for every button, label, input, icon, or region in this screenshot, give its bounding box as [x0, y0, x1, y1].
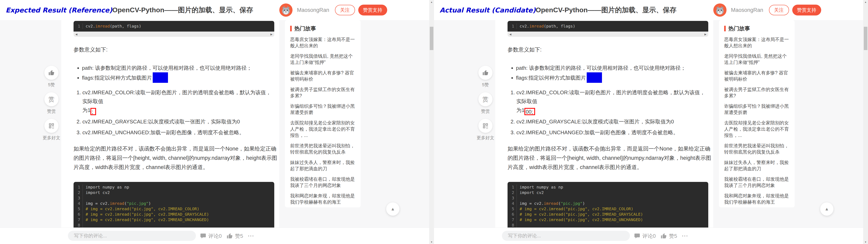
flag-color-line1: cv2.IMREAD_COLOR:读取一副彩色图片，图片的透明度会被忽略，默认为…	[82, 89, 271, 104]
comment-actions: 评论0 赞5 ···	[634, 228, 688, 244]
scroll-right-icon[interactable]: ▶	[271, 33, 273, 36]
avatar[interactable]	[279, 3, 292, 17]
like-count[interactable]: 赞5	[669, 233, 677, 240]
scrollbar-down-icon[interactable]: ▼	[863, 241, 868, 243]
story-item[interactable]: 去医院却撞见老公全家陪别的女人产检，我淡定拿出老公的不育报告，...	[290, 120, 356, 139]
story-item[interactable]: 前世渣男把我迷晕还叫我别怕，转世彻底黑化的我复仇反杀	[724, 143, 790, 155]
story-item[interactable]: 恶毒庶女顶嫁案：这布局不是一般人想出来的	[290, 36, 356, 49]
scrollbar-up-icon[interactable]: ▲	[429, 1, 434, 3]
more-articles-button[interactable]	[478, 119, 493, 133]
story-item[interactable]: 老同学找我借钱后, 竟然把这个送上门来做“抵押”	[724, 53, 790, 65]
params-intro: 参数意义如下:	[507, 46, 708, 53]
hot-stories-card: 热门故事 恶毒庶女顶嫁案：这布局不是一般人想出来的老同学找我借钱后, 竟然把这个…	[719, 20, 795, 207]
code-line: 4img = cv2.imread("pic.jpg")	[73, 201, 274, 206]
comment-bubble-icon[interactable]	[200, 233, 206, 239]
story-list: 恶毒庶女顶嫁案：这布局不是一般人想出来的老同学找我借钱后, 竟然把这个送上门来做…	[724, 36, 790, 205]
follow-button[interactable]: 关注	[335, 5, 355, 15]
more-actions-button[interactable]: ···	[682, 233, 688, 239]
comment-actions: 评论0 赞5 ···	[200, 228, 254, 244]
story-item[interactable]: 被调去男子监狱工作的女医生有多累?	[724, 86, 790, 99]
comment-count[interactable]: 评论0	[642, 233, 656, 240]
code-line: 1import numpy as np	[507, 184, 708, 190]
code-line: 5# img = cv2.imread("pic.jpg", cv2.IMREA…	[507, 206, 708, 212]
comment-input[interactable]	[68, 231, 196, 241]
story-item[interactable]: 恶毒庶女顶嫁案：这布局不是一般人想出来的	[724, 36, 790, 49]
scrollbar-thumb[interactable]	[430, 27, 433, 50]
blue-redaction-box	[153, 72, 168, 83]
article-card: 1cv2.imread(path, flags) ◀ ▶ 参数意义如下: pat…	[495, 20, 713, 227]
story-item[interactable]: 被骗去柬埔寨的人有多惨? 器官被明码标价	[724, 70, 790, 82]
story-item[interactable]: 去医院却撞见老公全家陪别的女人产检，我淡定拿出老公的不育报告，...	[724, 120, 790, 139]
story-item[interactable]: 妹妹过失杀人，警察来时，我捡起了那把滴血的刀	[724, 159, 790, 172]
param-flags-item: flags:指定以何种方式加载图片	[82, 72, 274, 83]
avatar[interactable]	[713, 3, 726, 17]
param-path-item: path: 该参数制定图片的路径，可以使用相对路径，也可以使用绝对路径；	[516, 64, 708, 72]
story-item[interactable]: 妹妹过失杀人，警察来时，我捡起了那把滴血的刀	[290, 159, 356, 172]
flag-color-line2-prefix: 为1	[82, 107, 90, 113]
like-count[interactable]: 赞5	[235, 233, 243, 240]
sponsor-button[interactable]: 赞赏支持	[358, 5, 387, 16]
author-name[interactable]: MaosongRan	[731, 7, 763, 13]
reward-button[interactable]: 赏	[478, 92, 493, 106]
story-item[interactable]: 被调去男子监狱工作的女医生有多累?	[290, 86, 356, 99]
code-line: 3	[73, 195, 274, 201]
comment-count[interactable]: 评论0	[208, 233, 222, 240]
reward-label: 赞赏	[47, 108, 56, 114]
thumbs-up-icon[interactable]	[660, 233, 667, 239]
result-label: Expected Result (Reference)	[6, 6, 112, 14]
more-articles-label: 更多好文	[476, 135, 494, 141]
scrollbar-thumb[interactable]	[864, 27, 867, 50]
story-item[interactable]: 诈骗组织多可怕？我被绑进小黑屋遭受折磨	[724, 103, 790, 116]
code-horizontal-scrollbar[interactable]: ◀ ▶	[73, 32, 274, 37]
like-button[interactable]	[478, 66, 493, 80]
back-to-top-button[interactable]: ▲	[386, 203, 399, 216]
like-count-label: 5赞	[482, 82, 489, 88]
code-line: 8	[507, 222, 708, 227]
flags-list: cv2.IMREAD_COLOR:读取一副彩色图片，图片的透明度会被忽略，默认为…	[507, 88, 708, 137]
story-item[interactable]: 我和网恋对象奔现，却发现他是我们学校赫赫有名的海王	[724, 193, 790, 205]
story-item[interactable]: 前世渣男把我迷晕还叫我别怕，转世彻底黑化的我复仇反杀	[290, 143, 356, 155]
hot-stories-title-text: 热门故事	[728, 25, 750, 32]
thumbs-up-icon	[48, 69, 55, 76]
story-item[interactable]: 诈骗组织多可怕？我被绑进小黑屋遭受折磨	[290, 103, 356, 116]
reward-char-icon: 赏	[49, 95, 55, 103]
vertical-scrollbar[interactable]: ▲ ▼	[429, 0, 434, 244]
scroll-right-icon[interactable]: ▶	[705, 33, 707, 36]
comment-bar: 评论0 赞5 ···	[434, 227, 863, 244]
return-value-paragraph: 如果给定的图片路径不对，该函数不会抛出异常，而是返回一个None，如果给定正确的…	[73, 144, 277, 172]
more-actions-button[interactable]: ···	[248, 233, 254, 239]
code-line: 8	[73, 222, 274, 227]
scrollbar-up-icon[interactable]: ▲	[863, 1, 868, 3]
more-articles-label: 更多好文	[42, 135, 60, 141]
comment-input[interactable]	[502, 231, 630, 241]
vertical-scrollbar[interactable]: ▲ ▼	[863, 0, 868, 244]
comment-bubble-icon[interactable]	[634, 233, 640, 239]
code-horizontal-scrollbar[interactable]: ◀ ▶	[507, 32, 708, 37]
return-value-paragraph: 如果给定的图片路径不对，该函数不会抛出异常，而是返回一个None，如果给定正确的…	[507, 144, 711, 172]
like-button[interactable]	[44, 66, 59, 80]
follow-button[interactable]: 关注	[769, 5, 789, 15]
more-articles-button[interactable]	[44, 119, 59, 133]
code-line: 7# img = cv2.imread("pic.jpg", cv2.IMREA…	[73, 217, 274, 222]
story-item[interactable]: 我被校霸堵在巷口，却发现他是我谈了三个月的网恋对象	[290, 176, 356, 188]
flag-imread-grayscale-item: cv2.IMREAD_GRAYSCALE:以灰度模式读取一张图片，实际取值为0	[516, 117, 708, 126]
author-block: MaosongRan 关注 赞赏支持	[713, 0, 821, 20]
author-name[interactable]: MaosongRan	[297, 7, 329, 13]
story-item[interactable]: 老同学找我借钱后, 竟然把这个送上门来做“抵押”	[290, 53, 356, 65]
story-item[interactable]: 我和网恋对象奔现，却发现他是我们学校赫赫有名的海王	[290, 193, 356, 205]
code-line: 6# img = cv2.imread("pic.jpg", cv2.IMREA…	[73, 212, 274, 217]
code-line: 1import numpy as np	[73, 184, 274, 190]
scroll-left-icon[interactable]: ◀	[75, 33, 78, 36]
code-block-1: 1cv2.imread(path, flags) ◀ ▶	[507, 21, 708, 37]
pane-content: 5赞 赏 赞赏 更多好文 1cv2.imread(path, flags) ◀ …	[0, 20, 429, 227]
back-to-top-button[interactable]: ▲	[820, 203, 833, 216]
like-count-label: 5赞	[48, 82, 55, 88]
scroll-left-icon[interactable]: ◀	[509, 33, 512, 36]
reward-button[interactable]: 赏	[44, 92, 59, 106]
thumbs-up-icon[interactable]	[226, 233, 233, 239]
scrollbar-down-icon[interactable]: ▼	[429, 241, 434, 243]
story-item[interactable]: 我被校霸堵在巷口，却发现他是我谈了三个月的网恋对象	[724, 176, 790, 188]
story-item[interactable]: 被骗去柬埔寨的人有多惨? 器官被明码标价	[290, 70, 356, 82]
sponsor-button[interactable]: 赞赏支持	[792, 5, 821, 16]
title-accent-bar	[290, 26, 292, 31]
